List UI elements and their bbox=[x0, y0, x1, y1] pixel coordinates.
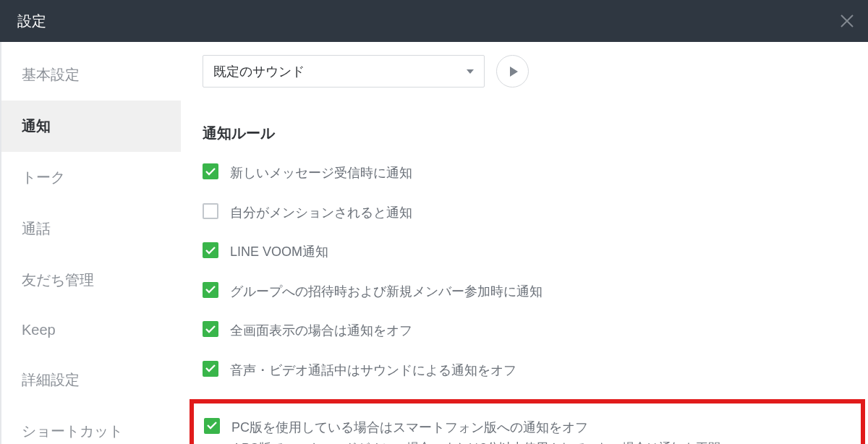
rule-sublabel: ※PC版でロックモードがオンの場合、または3分以上使用されていない場合は通知を再… bbox=[231, 438, 720, 444]
rule-row-mention: 自分がメンションされると通知 bbox=[203, 202, 861, 224]
rule-label: LINE VOOM通知 bbox=[230, 241, 328, 263]
section-title: 通知ルール bbox=[203, 124, 861, 143]
checkbox[interactable] bbox=[203, 282, 218, 298]
rule-label: PC版を使用している場合はスマートフォン版への通知をオフ bbox=[231, 417, 720, 439]
checkbox[interactable] bbox=[203, 163, 218, 179]
sidebar-item-label: 詳細設定 bbox=[22, 372, 80, 388]
sidebar-item-label: 通話 bbox=[22, 221, 51, 236]
settings-main: 既定のサウンド 通知ルール 新しいメッセージ受信時に通知 自分がメンションされる… bbox=[181, 42, 868, 444]
sidebar-item-label: 友だち管理 bbox=[22, 272, 94, 288]
sidebar-item-keep[interactable]: Keep bbox=[1, 306, 181, 354]
rule-row-voom: LINE VOOM通知 bbox=[203, 241, 861, 263]
chevron-down-icon bbox=[467, 69, 474, 74]
highlighted-rule-box: PC版を使用している場合はスマートフォン版への通知をオフ ※PC版でロックモード… bbox=[190, 399, 865, 444]
rule-row-pc-smartphone: PC版を使用している場合はスマートフォン版への通知をオフ ※PC版でロックモード… bbox=[204, 417, 851, 444]
checkbox[interactable] bbox=[203, 361, 218, 377]
settings-header: 設定 bbox=[0, 0, 868, 42]
play-sound-button[interactable] bbox=[496, 55, 529, 87]
rule-label: 自分がメンションされると通知 bbox=[230, 202, 412, 224]
sidebar-item-label: トーク bbox=[22, 169, 65, 185]
close-icon[interactable] bbox=[839, 13, 855, 29]
sidebar-item-label: Keep bbox=[22, 322, 56, 338]
checkbox[interactable] bbox=[203, 203, 218, 219]
sidebar-item-shortcut[interactable]: ショートカット bbox=[1, 406, 181, 444]
sidebar-item-advanced[interactable]: 詳細設定 bbox=[1, 354, 181, 406]
rule-row-group-invite: グループへの招待時および新規メンバー参加時に通知 bbox=[203, 281, 861, 303]
sidebar-item-label: 通知 bbox=[22, 118, 51, 134]
rule-label: 音声・ビデオ通話中はサウンドによる通知をオフ bbox=[230, 359, 516, 382]
rule-label: 全画面表示の場合は通知をオフ bbox=[230, 320, 412, 342]
sound-row: 既定のサウンド bbox=[203, 55, 861, 87]
sound-select[interactable]: 既定のサウンド bbox=[203, 55, 485, 87]
sidebar-item-label: 基本設定 bbox=[22, 67, 80, 82]
sound-select-value: 既定のサウンド bbox=[213, 63, 305, 80]
rule-row-fullscreen: 全画面表示の場合は通知をオフ bbox=[203, 320, 861, 342]
sidebar-item-talk[interactable]: トーク bbox=[1, 152, 181, 203]
rule-label: グループへの招待時および新規メンバー参加時に通知 bbox=[230, 281, 542, 303]
sidebar-item-notifications[interactable]: 通知 bbox=[1, 101, 181, 152]
sidebar-item-friends[interactable]: 友だち管理 bbox=[1, 255, 181, 306]
checkbox[interactable] bbox=[204, 418, 220, 434]
checkbox[interactable] bbox=[203, 321, 218, 337]
sidebar-item-call[interactable]: 通話 bbox=[1, 203, 181, 255]
sidebar-item-label: ショートカット bbox=[22, 423, 123, 439]
settings-title: 設定 bbox=[17, 12, 46, 31]
sidebar-item-basic[interactable]: 基本設定 bbox=[1, 49, 181, 101]
rule-row-voice-video: 音声・ビデオ通話中はサウンドによる通知をオフ bbox=[203, 359, 861, 382]
checkbox[interactable] bbox=[203, 242, 218, 258]
rule-row-new-message: 新しいメッセージ受信時に通知 bbox=[203, 162, 861, 184]
settings-sidebar: 基本設定 通知 トーク 通話 友だち管理 Keep 詳細設定 ショートカット bbox=[0, 42, 181, 444]
rule-label: 新しいメッセージ受信時に通知 bbox=[230, 162, 412, 184]
play-icon bbox=[510, 67, 518, 77]
